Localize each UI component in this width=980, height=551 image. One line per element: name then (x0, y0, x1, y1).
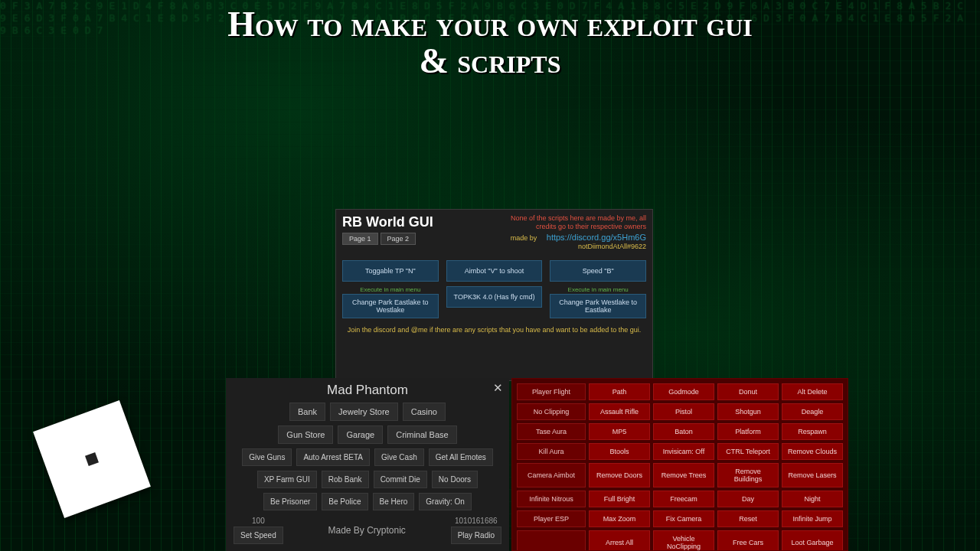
red-grid-panel: Player FlightPathGodmodeDonutAlt DeleteN… (511, 378, 848, 551)
rg-row-header[interactable]: No Clipping (517, 403, 586, 420)
rb-footer: Join the discord and @me if there are an… (342, 326, 646, 335)
mad-phantom-panel: ✕ Mad Phantom Bank Jewelry Store Casino … (226, 378, 509, 551)
mp-btn-autoarrest[interactable]: Auto Arrest BETA (296, 448, 370, 466)
rb-button-grid: Toggable TP "N" Aimbot "V" to shoot Spee… (342, 260, 646, 318)
mp-btn-criminal[interactable]: Criminal Base (387, 425, 456, 444)
rg-button[interactable]: Donut (717, 383, 779, 400)
mp-btn-setspeed[interactable]: Set Speed (234, 527, 283, 544)
rb-credits: None of the scripts here are made by me,… (511, 214, 646, 251)
rb-btn-speed[interactable]: Speed "B" (550, 260, 646, 282)
rb-discord-link[interactable]: https://discord.gg/x5Hm6G (547, 233, 646, 242)
rb-btn-aimbot[interactable]: Aimbot "V" to shoot (446, 260, 543, 282)
mp-title: Mad Phantom (234, 383, 501, 398)
rg-button[interactable]: Fix Camera (653, 510, 714, 527)
red-grid: Player FlightPathGodmodeDonutAlt DeleteN… (517, 383, 843, 551)
rg-button[interactable]: CTRL Teleport (717, 443, 779, 460)
mp-btn-gravity[interactable]: Gravity: On (419, 493, 472, 510)
mp-btn-police[interactable]: Be Police (322, 493, 368, 510)
rg-button[interactable]: Btools (589, 443, 650, 460)
rb-header: RB World GUI Page 1 Page 2 None of the s… (342, 214, 646, 251)
mp-btn-jewelry[interactable]: Jewelry Store (330, 403, 398, 421)
rg-row-header[interactable]: Infinite Nitrous (517, 491, 586, 507)
mp-radio-id: 1010161686 (455, 517, 498, 525)
rg-button[interactable]: Path (589, 383, 650, 400)
rg-button[interactable]: Loot Garbage (782, 530, 843, 551)
rb-tab-page2[interactable]: Page 2 (381, 233, 416, 245)
rg-button[interactable]: Godmode (653, 383, 714, 400)
mp-btn-prisoner[interactable]: Be Prisoner (263, 493, 317, 510)
rg-button[interactable]: Respawn (782, 423, 843, 440)
mp-btn-givecash[interactable]: Give Cash (374, 448, 424, 466)
rg-button[interactable]: Shotgun (717, 403, 779, 420)
rg-button[interactable]: Alt Delete (782, 383, 843, 400)
rg-button[interactable]: MP5 (589, 423, 650, 440)
mp-btn-nodoors[interactable]: No Doors (432, 471, 478, 488)
rg-button[interactable]: Night (782, 491, 843, 507)
mp-btn-emotes[interactable]: Get All Emotes (429, 448, 493, 466)
rg-button[interactable]: Invisicam: Off (653, 443, 714, 460)
close-icon[interactable]: ✕ (493, 381, 503, 395)
rb-btn-tp[interactable]: Toggable TP "N" (342, 260, 439, 282)
title-line-2: & scripts (0, 43, 980, 80)
rg-row-header[interactable] (517, 530, 586, 551)
rg-row-header[interactable]: Kill Aura (517, 443, 586, 460)
mp-btn-xpfarm[interactable]: XP Farm GUI (257, 471, 317, 488)
rg-button[interactable]: Freecam (653, 491, 714, 507)
mp-btn-playradio[interactable]: Play Radio (451, 527, 501, 544)
rg-button[interactable]: Deagle (782, 403, 843, 420)
rg-button[interactable]: Platform (717, 423, 779, 440)
rg-row-header[interactable]: Player ESP (517, 510, 586, 527)
mp-btn-hero[interactable]: Be Hero (373, 493, 415, 510)
rg-button[interactable]: Remove Trees (653, 463, 714, 487)
mp-btn-casino[interactable]: Casino (403, 403, 446, 421)
rg-button[interactable]: Remove Lasers (782, 463, 843, 487)
rg-button[interactable]: Baton (653, 423, 714, 440)
rb-btn-eastlake[interactable]: Change Park Eastlake to Westlake (342, 294, 439, 318)
rg-button[interactable]: Reset (717, 510, 779, 527)
rg-button[interactable]: Day (717, 491, 779, 507)
rb-world-panel: RB World GUI Page 1 Page 2 None of the s… (335, 209, 653, 381)
rg-button[interactable]: Max Zoom (589, 510, 650, 527)
title-line-1: How to make your own exploit gui (0, 6, 980, 43)
rg-button[interactable]: Remove Buildings (717, 463, 779, 487)
rg-button[interactable]: Free Cars (717, 530, 779, 551)
rb-tabs: Page 1 Page 2 (342, 233, 433, 245)
rg-button[interactable]: Assault Rifle (589, 403, 650, 420)
rg-row-header[interactable]: Tase Aura (517, 423, 586, 440)
rg-button[interactable]: Vehicle NoClipping (653, 530, 714, 551)
rg-button[interactable]: Full Bright (589, 491, 650, 507)
rb-btn-westlake[interactable]: Change Park Westlake to Eastlake (550, 294, 646, 318)
mp-btn-giveguns[interactable]: Give Guns (242, 448, 292, 466)
rb-btn-topk3k[interactable]: TOPK3K 4.0 (Has fly cmd) (446, 286, 543, 308)
mp-speed-value: 100 (252, 517, 265, 525)
mp-btn-commitdie[interactable]: Commit Die (374, 471, 427, 488)
rg-button[interactable]: Remove Doors (589, 463, 650, 487)
rg-button[interactable]: Remove Clouds (782, 443, 843, 460)
rg-row-header[interactable]: Player Flight (517, 383, 586, 400)
mp-btn-garage[interactable]: Garage (338, 425, 383, 444)
mp-btn-bank[interactable]: Bank (289, 403, 325, 421)
rg-button[interactable]: Arrest All (589, 530, 650, 551)
rb-tab-page1[interactable]: Page 1 (342, 233, 378, 245)
rg-row-header[interactable]: Camera Aimbot (517, 463, 586, 487)
rg-button[interactable]: Infinite Jump (782, 510, 843, 527)
rb-title: RB World GUI (342, 214, 433, 230)
mp-btn-robbank[interactable]: Rob Bank (322, 471, 369, 488)
mp-btn-gunstore[interactable]: Gun Store (278, 425, 333, 444)
rg-button[interactable]: Pistol (653, 403, 714, 420)
mp-credit: Made By Cryptonic (289, 525, 445, 536)
page-title: How to make your own exploit gui & scrip… (0, 6, 980, 80)
